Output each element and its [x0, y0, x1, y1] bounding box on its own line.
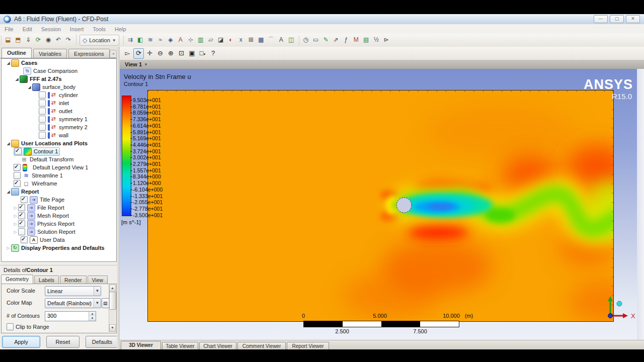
menu-help[interactable]: Help	[110, 26, 131, 32]
rotate-tool-icon[interactable]: ⟳	[133, 48, 144, 59]
tree-item-default-legend-view-1[interactable]: Default Legend View 1	[2, 163, 116, 171]
tree-item-wall[interactable]: ⇄wall	[2, 131, 116, 139]
maximize-button[interactable]: ▢	[610, 15, 624, 23]
snapshot-icon[interactable]: ◉	[44, 36, 53, 45]
tree-item-symmetry-2[interactable]: ⇄symmetry 2	[2, 123, 116, 131]
visibility-checkbox[interactable]	[39, 100, 46, 107]
scrollbar-thumb[interactable]	[109, 292, 116, 310]
visibility-checkbox[interactable]	[39, 116, 46, 123]
tree-item-user-data[interactable]: AUser Data	[2, 236, 116, 244]
visibility-checkbox[interactable]	[21, 196, 28, 203]
mesh-calculator-icon[interactable]: ▤	[362, 36, 371, 45]
tab-expressions[interactable]: Expressions	[68, 49, 110, 58]
tree-item-cases[interactable]: ◢Cases	[2, 59, 116, 67]
tree-item-surface-body[interactable]: ◢surface_body	[2, 83, 116, 91]
tree-item-display-properties-and-defaults[interactable]: ▷↻Display Properties and Defaults	[2, 244, 116, 252]
zoom-out-icon[interactable]: ⊖	[155, 49, 165, 58]
defaults-button[interactable]: Defaults	[86, 336, 119, 348]
fit-view-icon[interactable]: ▣	[187, 49, 197, 58]
collapse-icon[interactable]: ◢	[27, 85, 32, 89]
visibility-checkbox[interactable]	[21, 236, 28, 243]
visibility-checkbox[interactable]	[18, 204, 25, 211]
case-comparison-icon[interactable]: ½	[372, 36, 381, 45]
tree-item-default-transform[interactable]: ⊞Default Transform	[2, 155, 116, 163]
visibility-checkbox[interactable]	[14, 164, 21, 171]
quick-editor-icon[interactable]: ✎	[321, 36, 331, 45]
variable-icon[interactable]: x	[236, 36, 246, 45]
viewer-tab-chart-viewer[interactable]: Chart Viewer	[199, 342, 236, 350]
view-selector[interactable]: View 1	[125, 61, 142, 67]
color-icon[interactable]: ◐	[226, 36, 235, 45]
command-editor-icon[interactable]: ⊳	[382, 36, 391, 45]
table-icon[interactable]: ▦	[257, 36, 266, 45]
tree-item-user-locations-and-plots[interactable]: ◢User Locations and Plots	[2, 139, 116, 147]
pan-tool-icon[interactable]: ✛	[145, 49, 154, 58]
scroll-down-icon[interactable]: ▼	[109, 324, 116, 332]
tree-item-symmetry-1[interactable]: ⇄symmetry 1	[2, 115, 116, 123]
tree-item-wireframe[interactable]: ◻Wireframe	[2, 179, 116, 188]
collapse-icon[interactable]: ◢	[6, 190, 11, 194]
visibility-checkbox[interactable]	[39, 124, 46, 131]
clip-to-range-checkbox[interactable]	[7, 323, 14, 330]
tree-item-outlet[interactable]: ⇄outlet	[2, 107, 116, 115]
spin-up-icon[interactable]: ▲	[89, 312, 96, 316]
visibility-checkbox[interactable]	[14, 180, 21, 187]
tree-item-title-page[interactable]: ➔Title Page	[2, 196, 116, 204]
scroll-left-icon[interactable]: ◂	[110, 50, 117, 58]
visibility-checkbox[interactable]	[18, 212, 25, 219]
collapse-icon[interactable]: ◢	[14, 77, 20, 81]
3d-viewport[interactable]: Velocity in Stn Frame u Contour 1 9.503e…	[120, 69, 637, 340]
expression-icon[interactable]: ⊞	[247, 36, 256, 45]
tree-item-case-comparison[interactable]: ½Case Comparison	[2, 67, 116, 75]
select-tool-icon[interactable]: ▻	[123, 49, 132, 58]
tree-item-cylinder[interactable]: ⇄cylinder	[2, 91, 116, 99]
insert-plane-icon[interactable]: ▱	[206, 36, 215, 45]
expand-icon[interactable]: ▷	[13, 214, 18, 218]
tree-item-physics-report[interactable]: ▷➔Physics Report	[2, 220, 116, 228]
menu-edit[interactable]: Edit	[18, 26, 37, 32]
scroll-up-icon[interactable]: ▲	[109, 285, 116, 292]
expand-icon[interactable]: ▷	[13, 222, 18, 226]
minimize-button[interactable]: —	[594, 15, 608, 23]
menu-session[interactable]: Session	[37, 26, 65, 32]
load-results-icon[interactable]: ⬓	[4, 36, 13, 45]
visibility-checkbox[interactable]	[18, 220, 25, 227]
details-tab-geometry[interactable]: Geometry	[1, 275, 33, 284]
expand-icon[interactable]: ▷	[13, 230, 18, 234]
tree-item-inlet[interactable]: ⇄inlet	[2, 99, 116, 107]
insert-point-icon[interactable]: ⊹	[186, 36, 195, 45]
menu-tools[interactable]: Tools	[88, 26, 110, 32]
viewer-tab-comment-viewer[interactable]: Comment Viewer	[237, 342, 286, 350]
visibility-checkbox[interactable]	[18, 228, 25, 235]
viewer-tab-report-viewer[interactable]: Report Viewer	[287, 342, 329, 350]
tree-item-report[interactable]: ◢Report	[2, 188, 116, 196]
spin-down-icon[interactable]: ▼	[89, 316, 96, 321]
contour-count-input[interactable]	[45, 312, 87, 320]
menu-file[interactable]: File	[0, 26, 18, 32]
details-tab-labels[interactable]: Labels	[34, 276, 59, 284]
spinner-buttons[interactable]: ▲▼	[89, 312, 96, 321]
insert-vector-icon[interactable]: ⇉	[126, 36, 135, 45]
comment-icon[interactable]: A	[277, 36, 286, 45]
insert-contour-icon[interactable]: ◧	[136, 36, 145, 45]
function-calculator-icon[interactable]: ƒ	[342, 36, 351, 45]
tree-item-streamline-1[interactable]: ≋Streamline 1	[2, 171, 116, 179]
tree-item-solution-report[interactable]: ▷➔Solution Report	[2, 228, 116, 236]
collapse-icon[interactable]: ◢	[6, 141, 11, 146]
insert-text-icon[interactable]: A	[176, 36, 185, 45]
viewer-tab-3d-viewer[interactable]: 3D Viewer	[121, 341, 161, 350]
visibility-checkbox[interactable]	[14, 172, 21, 179]
visibility-checkbox[interactable]	[39, 92, 46, 99]
insert-streamline-icon[interactable]: ≋	[146, 36, 155, 45]
zoom-box-icon[interactable]: ⊡	[177, 49, 186, 58]
expand-icon[interactable]: ▷	[13, 206, 18, 210]
load-state-icon[interactable]: ⬒	[14, 36, 23, 45]
color-scale-select[interactable]: Linear ▼	[45, 286, 101, 296]
expand-icon[interactable]: ▷	[6, 246, 11, 250]
viewer-tab-table-viewer[interactable]: Table Viewer	[162, 342, 198, 350]
probe-icon[interactable]: ⇗	[332, 36, 341, 45]
reset-button[interactable]: Reset	[46, 336, 79, 348]
color-map-select[interactable]: Default (Rainbow) ▼	[45, 298, 101, 308]
figure-icon[interactable]: ◫	[287, 36, 296, 45]
details-scrollbar[interactable]: ▲ ▼	[109, 285, 116, 332]
